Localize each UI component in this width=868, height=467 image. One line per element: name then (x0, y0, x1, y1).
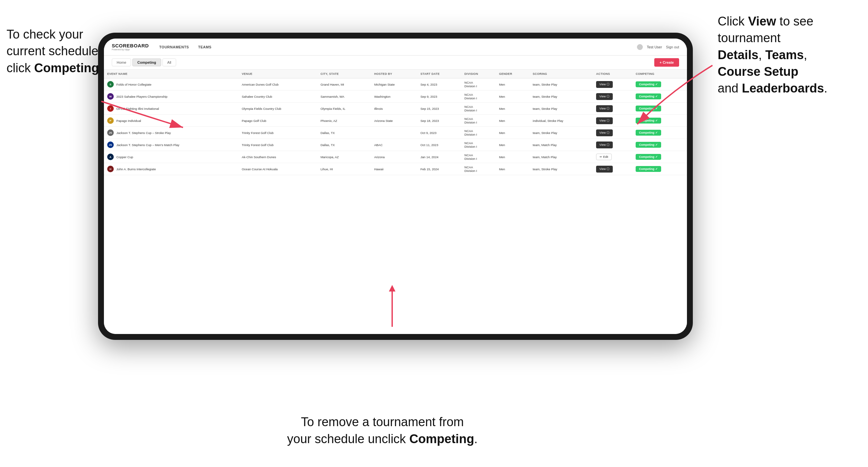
annotation-bottom-center: To remove a tournament from your schedul… (268, 414, 497, 447)
hosted-by-cell: Hawaii (371, 163, 417, 175)
tab-home[interactable]: Home (112, 59, 131, 66)
hosted-by-cell: Arizona (371, 151, 417, 163)
event-name: Jackson T. Stephens Cup – Stroke Play (116, 131, 171, 135)
logo-sub: Powered by clippi (112, 49, 149, 51)
venue-cell: Sahalee Country Club (239, 91, 317, 103)
tab-all[interactable]: All (162, 59, 176, 66)
logo-main: SCOREBOARD (112, 43, 149, 48)
team-logo: I (107, 105, 114, 112)
tablet-screen: SCOREBOARD Powered by clippi TOURNAMENTS… (104, 38, 687, 334)
table-row: H John A. Burns Intercollegiate Ocean Co… (104, 163, 687, 175)
city-state-cell: Olympia Fields, IL (317, 103, 371, 115)
annotation-top-right-text: Click View to see tournament Details, Te… (718, 14, 828, 95)
table-header-row: EVENT NAME VENUE CITY, STATE HOSTED BY S… (104, 70, 687, 79)
actions-cell: View ⓘ (593, 139, 632, 151)
filter-bar: Home Competing All + Create (104, 56, 687, 70)
competing-badge[interactable]: Competing ✓ (636, 166, 661, 172)
competing-badge[interactable]: Competing ✓ (636, 93, 661, 99)
city-state-cell: Maricopa, AZ (317, 151, 371, 163)
user-label: Test User (647, 45, 662, 49)
competing-cell: Competing ✓ (632, 151, 687, 163)
sign-out-link[interactable]: Sign out (666, 45, 679, 49)
scoreboard-logo: SCOREBOARD Powered by clippi (112, 43, 149, 51)
division-cell: NCAADivision I (461, 151, 496, 163)
event-name-cell: JS Jackson T. Stephens Cup – Stroke Play (107, 129, 235, 136)
nav-teams[interactable]: TEAMS (198, 45, 212, 49)
view-button[interactable]: View ⓘ (596, 81, 613, 88)
start-date-cell: Feb 15, 2024 (417, 163, 461, 175)
city-state-cell: Sammamish, WA (317, 91, 371, 103)
actions-cell: View ⓘ (593, 115, 632, 127)
view-button[interactable]: View ⓘ (596, 93, 613, 100)
event-name: Folds of Honor Collegiate (116, 83, 151, 86)
competing-badge[interactable]: Competing ✓ (636, 118, 661, 124)
col-start-date: START DATE (417, 70, 461, 79)
event-name-cell: JS Jackson T. Stephens Cup – Men's Match… (107, 142, 235, 148)
division-cell: NCAADivision I (461, 139, 496, 151)
venue-cell: Trinity Forest Golf Club (239, 127, 317, 139)
city-state-cell: Dallas, TX (317, 127, 371, 139)
gender-cell: Men (496, 115, 529, 127)
nav-tournaments[interactable]: TOURNAMENTS (159, 45, 189, 49)
col-event-name: EVENT NAME (104, 70, 239, 79)
competing-badge[interactable]: Competing ✓ (636, 142, 661, 148)
view-button[interactable]: View ⓘ (596, 129, 613, 136)
scoring-cell: team, Stroke Play (529, 91, 593, 103)
gender-cell: Men (496, 163, 529, 175)
actions-cell: View ⓘ (593, 103, 632, 115)
competing-badge[interactable]: Competing ✓ (636, 130, 661, 136)
actions-cell: View ⓘ (593, 91, 632, 103)
gender-cell: Men (496, 91, 529, 103)
col-gender: GENDER (496, 70, 529, 79)
actions-cell: View ⓘ (593, 127, 632, 139)
start-date-cell: Oct 11, 2023 (417, 139, 461, 151)
table-row: A Copper Cup Ak-Chin Southern DunesMaric… (104, 151, 687, 163)
event-name: 2023 Sahalee Players Championship (116, 95, 167, 98)
gender-cell: Men (496, 139, 529, 151)
venue-cell: Ocean Course At Hokuala (239, 163, 317, 175)
table-row: W 2023 Sahalee Players Championship Saha… (104, 91, 687, 103)
actions-cell: ✏ Edit (593, 151, 632, 163)
nav-links: TOURNAMENTS TEAMS (159, 45, 626, 49)
scoring-cell: team, Stroke Play (529, 163, 593, 175)
venue-cell: American Dunes Golf Club (239, 79, 317, 91)
tab-competing[interactable]: Competing (132, 59, 161, 66)
hosted-by-cell: Washington (371, 91, 417, 103)
competing-cell: Competing ✓ (632, 115, 687, 127)
view-button[interactable]: View ⓘ (596, 105, 613, 112)
event-name-cell: I OFCC Fighting Illini Invitational (107, 105, 235, 112)
competing-cell: Competing ✓ (632, 103, 687, 115)
view-button[interactable]: View ⓘ (596, 142, 613, 148)
competing-badge[interactable]: Competing ✓ (636, 82, 661, 87)
tablet-frame: SCOREBOARD Powered by clippi TOURNAMENTS… (98, 33, 693, 340)
city-state-cell: Lihue, HI (317, 163, 371, 175)
start-date-cell: Sep 18, 2023 (417, 115, 461, 127)
view-button[interactable]: View ⓘ (596, 166, 613, 173)
start-date-cell: Jan 14, 2024 (417, 151, 461, 163)
start-date-cell: Oct 9, 2023 (417, 127, 461, 139)
start-date-cell: Sep 4, 2023 (417, 79, 461, 91)
event-name-cell: H John A. Burns Intercollegiate (107, 166, 235, 172)
venue-cell: Ak-Chin Southern Dunes (239, 151, 317, 163)
competing-badge[interactable]: Competing ✓ (636, 105, 661, 112)
competing-cell: Competing ✓ (632, 91, 687, 103)
competing-cell: Competing ✓ (632, 127, 687, 139)
table-row: I OFCC Fighting Illini Invitational Olym… (104, 103, 687, 115)
annotation-top-right: Click View to see tournament Details, Te… (718, 13, 862, 97)
table-row: JS Jackson T. Stephens Cup – Men's Match… (104, 139, 687, 151)
actions-cell: View ⓘ (593, 163, 632, 175)
event-name-cell: A Copper Cup (107, 154, 235, 160)
scoring-cell: team, Match Play (529, 151, 593, 163)
view-button[interactable]: View ⓘ (596, 117, 613, 124)
edit-button[interactable]: ✏ Edit (596, 154, 612, 160)
create-button[interactable]: + Create (654, 58, 679, 67)
competing-badge[interactable]: Competing ✓ (636, 154, 661, 160)
gender-cell: Men (496, 127, 529, 139)
col-actions: ACTIONS (593, 70, 632, 79)
nav-right: Test User Sign out (637, 44, 679, 50)
nav-bar: SCOREBOARD Powered by clippi TOURNAMENTS… (104, 38, 687, 56)
start-date-cell: Sep 9, 2023 (417, 91, 461, 103)
col-venue: VENUE (239, 70, 317, 79)
scoring-cell: individual, Stroke Play (529, 115, 593, 127)
scoring-cell: team, Match Play (529, 139, 593, 151)
